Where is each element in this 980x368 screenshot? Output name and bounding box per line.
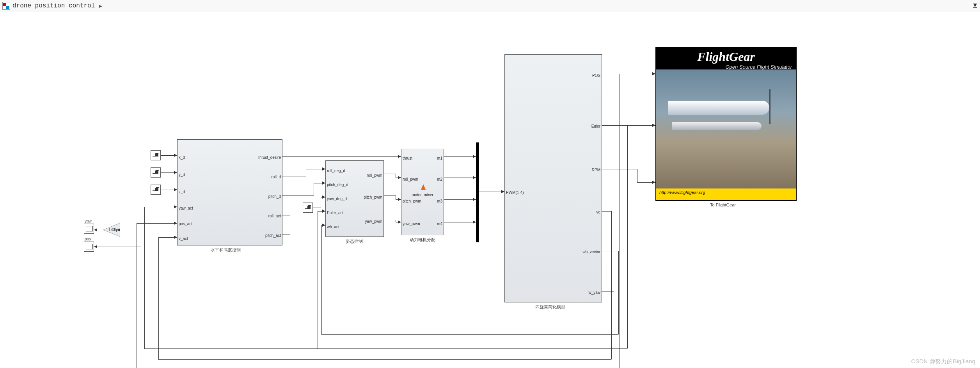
port-xd: x_d bbox=[179, 155, 185, 160]
flightgear-url: http://www.flightgear.org bbox=[656, 188, 796, 200]
watermark: CSDN @努力的BigJiang bbox=[911, 358, 975, 365]
flightgear-logo: FlightGear bbox=[656, 50, 796, 64]
port-euler-out: Euler bbox=[591, 124, 600, 128]
port-wb-out: wb_vector bbox=[582, 250, 600, 254]
scope-yaw-label: yaw bbox=[85, 219, 92, 223]
step-source-yaw[interactable] bbox=[303, 203, 313, 213]
port-pwm-in: PWM(1-4) bbox=[506, 190, 524, 195]
port-ve-out: ve bbox=[596, 210, 600, 214]
subsystem-attitude-control[interactable]: roll_deg_d pitch_deg_d yaw_deg_d Euler_a… bbox=[325, 160, 384, 237]
port-m4: m4 bbox=[437, 222, 442, 226]
port-roll-deg: roll_deg_d bbox=[327, 169, 345, 173]
step-source-z[interactable] bbox=[151, 185, 161, 195]
port-pitch-act: pitch_act bbox=[265, 233, 281, 238]
gain-block[interactable]: 180/pi bbox=[103, 223, 120, 237]
step-source-x[interactable] bbox=[151, 150, 161, 160]
port-yaw-pwm: yaw_pwm bbox=[365, 219, 382, 224]
nav-dropdown-icon[interactable]: ▼ bbox=[973, 2, 977, 9]
port-wb-act: wb_act bbox=[327, 225, 339, 229]
port-wyaw-out: w_yaw bbox=[588, 290, 600, 295]
flightgear-preview bbox=[656, 69, 796, 192]
flightgear-label: To FlightGear bbox=[710, 203, 736, 207]
chevron-right-icon: ▶ bbox=[99, 3, 102, 9]
breadcrumb[interactable]: drone_position_control ▶ ▼ bbox=[0, 0, 980, 12]
port-pitch-deg: pitch_deg_d bbox=[327, 183, 348, 187]
port-v-act: v_act bbox=[179, 236, 188, 241]
port-yaw-deg: yaw_deg_d bbox=[327, 197, 347, 201]
model-name[interactable]: drone_position_control bbox=[12, 2, 95, 9]
subsystem-motor-mixer[interactable]: thrust roll_pwm pitch_pwm yaw_pwm m1 m2 … bbox=[401, 149, 444, 235]
subsystem-quadrotor-label: 四旋翼简化模型 bbox=[535, 304, 565, 310]
port-pos-act: pos_act bbox=[179, 222, 192, 226]
port-roll-act: roll_act bbox=[268, 214, 281, 218]
matlab-icon bbox=[401, 184, 444, 192]
mux-block[interactable] bbox=[476, 142, 479, 242]
port-roll-pwm: roll_pwm bbox=[367, 173, 382, 178]
port-yd: y_d bbox=[179, 172, 185, 177]
port-yaw-in: yaw_pwm bbox=[403, 222, 420, 226]
port-euler-act: Euler_act bbox=[327, 211, 343, 215]
step-source-y[interactable] bbox=[151, 167, 161, 178]
port-roll-in: roll_pwm bbox=[403, 177, 418, 181]
flightgear-block[interactable]: FlightGear Open Source Flight Simulator … bbox=[655, 47, 797, 201]
subsystem-quadrotor-model[interactable]: PWM(1-4) POS Euler RPM ve wb_vector w_ya… bbox=[504, 54, 602, 302]
simulink-canvas[interactable]: yaw pos 180/pi x_d y_d z_d yaw_act pos_a… bbox=[0, 12, 980, 368]
gain-label: 180/pi bbox=[108, 228, 119, 232]
subsystem-attitude-control-label: 姿态控制 bbox=[346, 238, 363, 244]
port-pos-out: POS bbox=[592, 73, 600, 78]
port-pitch-pwm: pitch_pwm bbox=[364, 195, 382, 199]
mixer-label: motor_mixer bbox=[401, 193, 444, 197]
model-icon bbox=[2, 2, 10, 10]
subsystem-motor-mixer-label: 动力电机分配 bbox=[410, 237, 435, 243]
subsystem-position-control-label: 水平和高度控制 bbox=[211, 247, 241, 253]
port-thrust-in: thrust bbox=[403, 156, 412, 160]
port-zd: z_d bbox=[179, 190, 185, 194]
port-yaw-act: yaw_act bbox=[179, 206, 193, 210]
port-m1: m1 bbox=[437, 156, 442, 160]
subsystem-position-control[interactable]: x_d y_d z_d yaw_act pos_act v_act Thrust… bbox=[177, 139, 282, 245]
port-rpm-out: RPM bbox=[592, 168, 600, 172]
port-roll-d: roll_d bbox=[272, 175, 281, 179]
port-m3: m3 bbox=[437, 199, 442, 203]
port-pitch-in: pitch_pwm bbox=[403, 199, 421, 203]
port-pitch-d: pitch_d bbox=[268, 194, 281, 199]
scope-pos-label: pos bbox=[85, 237, 91, 241]
port-m2: m2 bbox=[437, 177, 442, 181]
scope-yaw[interactable] bbox=[84, 224, 94, 234]
scope-pos[interactable] bbox=[84, 242, 94, 252]
port-thrust: Thrust_desire bbox=[257, 155, 281, 160]
flightgear-subtitle: Open Source Flight Simulator bbox=[656, 64, 796, 70]
